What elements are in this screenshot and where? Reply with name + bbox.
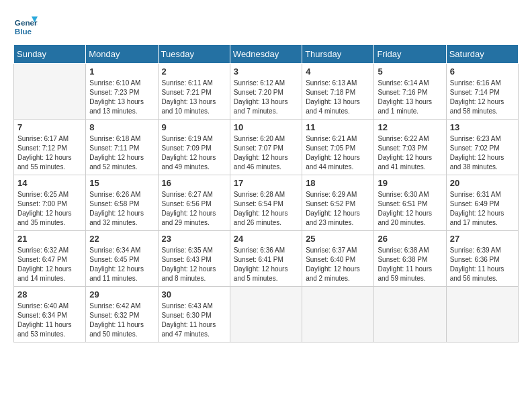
day-cell: 11Sunrise: 6:21 AM Sunset: 7:05 PM Dayli… [302,120,374,175]
day-number: 18 [306,178,370,188]
day-cell: 30Sunrise: 6:43 AM Sunset: 6:30 PM Dayli… [158,287,230,342]
day-number: 21 [17,234,82,244]
day-cell: 18Sunrise: 6:29 AM Sunset: 6:52 PM Dayli… [302,175,374,231]
day-cell: 20Sunrise: 6:31 AM Sunset: 6:49 PM Dayli… [446,175,518,231]
day-info: Sunrise: 6:14 AM Sunset: 7:16 PM Dayligh… [378,79,442,116]
day-header-friday: Friday [374,45,446,64]
day-cell: 1Sunrise: 6:10 AM Sunset: 7:23 PM Daylig… [86,64,158,120]
day-number: 4 [306,66,370,77]
day-cell: 25Sunrise: 6:37 AM Sunset: 6:40 PM Dayli… [302,231,374,287]
day-number: 5 [378,66,442,77]
days-header-row: SundayMondayTuesdayWednesdayThursdayFrid… [14,45,519,64]
day-cell [446,287,518,342]
day-info: Sunrise: 6:22 AM Sunset: 7:03 PM Dayligh… [378,134,442,172]
day-number: 11 [306,122,370,132]
day-number: 1 [89,66,154,77]
day-cell [302,287,374,342]
day-info: Sunrise: 6:34 AM Sunset: 6:45 PM Dayligh… [89,246,154,283]
day-cell: 9Sunrise: 6:19 AM Sunset: 7:09 PM Daylig… [158,120,230,175]
day-cell: 23Sunrise: 6:35 AM Sunset: 6:43 PM Dayli… [158,231,230,287]
day-info: Sunrise: 6:18 AM Sunset: 7:11 PM Dayligh… [89,134,154,172]
day-number: 17 [234,178,298,188]
day-info: Sunrise: 6:20 AM Sunset: 7:07 PM Dayligh… [234,134,298,172]
day-info: Sunrise: 6:35 AM Sunset: 6:43 PM Dayligh… [162,246,226,283]
day-number: 15 [89,178,154,188]
day-info: Sunrise: 6:30 AM Sunset: 6:51 PM Dayligh… [378,190,442,228]
day-number: 29 [89,289,154,300]
day-info: Sunrise: 6:32 AM Sunset: 6:47 PM Dayligh… [17,246,82,283]
day-info: Sunrise: 6:25 AM Sunset: 7:00 PM Dayligh… [17,190,82,228]
day-info: Sunrise: 6:42 AM Sunset: 6:32 PM Dayligh… [89,302,154,339]
day-info: Sunrise: 6:43 AM Sunset: 6:30 PM Dayligh… [162,302,226,339]
day-cell: 19Sunrise: 6:30 AM Sunset: 6:51 PM Dayli… [374,175,446,231]
day-cell: 22Sunrise: 6:34 AM Sunset: 6:45 PM Dayli… [86,231,158,287]
day-cell: 28Sunrise: 6:40 AM Sunset: 6:34 PM Dayli… [14,287,86,342]
day-number: 13 [450,122,515,132]
day-cell: 4Sunrise: 6:13 AM Sunset: 7:18 PM Daylig… [302,64,374,120]
day-cell [230,287,302,342]
logo-icon: General Blue [13,13,38,38]
day-info: Sunrise: 6:27 AM Sunset: 6:56 PM Dayligh… [162,190,226,228]
day-cell: 27Sunrise: 6:39 AM Sunset: 6:36 PM Dayli… [446,231,518,287]
day-info: Sunrise: 6:37 AM Sunset: 6:40 PM Dayligh… [306,246,370,283]
day-info: Sunrise: 6:21 AM Sunset: 7:05 PM Dayligh… [306,134,370,172]
day-cell: 26Sunrise: 6:38 AM Sunset: 6:38 PM Dayli… [374,231,446,287]
svg-text:Blue: Blue [15,27,32,36]
day-header-wednesday: Wednesday [230,45,302,64]
day-cell: 10Sunrise: 6:20 AM Sunset: 7:07 PM Dayli… [230,120,302,175]
day-header-saturday: Saturday [446,45,518,64]
day-number: 12 [378,122,442,132]
day-cell: 16Sunrise: 6:27 AM Sunset: 6:56 PM Dayli… [158,175,230,231]
day-cell: 13Sunrise: 6:23 AM Sunset: 7:02 PM Dayli… [446,120,518,175]
day-number: 10 [234,122,298,132]
day-info: Sunrise: 6:31 AM Sunset: 6:49 PM Dayligh… [450,190,515,228]
day-info: Sunrise: 6:38 AM Sunset: 6:38 PM Dayligh… [378,246,442,283]
day-cell: 7Sunrise: 6:17 AM Sunset: 7:12 PM Daylig… [14,120,86,175]
calendar-table: SundayMondayTuesdayWednesdayThursdayFrid… [13,44,519,342]
day-cell: 14Sunrise: 6:25 AM Sunset: 7:00 PM Dayli… [14,175,86,231]
day-cell: 2Sunrise: 6:11 AM Sunset: 7:21 PM Daylig… [158,64,230,120]
day-number: 27 [450,234,515,244]
day-cell [374,287,446,342]
day-number: 7 [17,122,82,132]
day-number: 22 [89,234,154,244]
day-cell: 12Sunrise: 6:22 AM Sunset: 7:03 PM Dayli… [374,120,446,175]
day-number: 19 [378,178,442,188]
logo: General Blue [13,13,40,38]
day-number: 28 [17,289,82,300]
page-header: General Blue [13,13,519,38]
day-info: Sunrise: 6:16 AM Sunset: 7:14 PM Dayligh… [450,79,515,116]
day-cell: 29Sunrise: 6:42 AM Sunset: 6:32 PM Dayli… [86,287,158,342]
day-info: Sunrise: 6:23 AM Sunset: 7:02 PM Dayligh… [450,134,515,172]
day-info: Sunrise: 6:29 AM Sunset: 6:52 PM Dayligh… [306,190,370,228]
week-row-5: 28Sunrise: 6:40 AM Sunset: 6:34 PM Dayli… [14,287,519,342]
day-cell: 3Sunrise: 6:12 AM Sunset: 7:20 PM Daylig… [230,64,302,120]
day-info: Sunrise: 6:11 AM Sunset: 7:21 PM Dayligh… [162,79,226,116]
week-row-1: 1Sunrise: 6:10 AM Sunset: 7:23 PM Daylig… [14,64,519,120]
day-number: 23 [162,234,226,244]
day-cell: 8Sunrise: 6:18 AM Sunset: 7:11 PM Daylig… [86,120,158,175]
day-number: 8 [89,122,154,132]
day-info: Sunrise: 6:36 AM Sunset: 6:41 PM Dayligh… [234,246,298,283]
day-number: 3 [234,66,298,77]
day-cell: 24Sunrise: 6:36 AM Sunset: 6:41 PM Dayli… [230,231,302,287]
day-header-monday: Monday [86,45,158,64]
day-cell [14,64,86,120]
day-info: Sunrise: 6:19 AM Sunset: 7:09 PM Dayligh… [162,134,226,172]
day-number: 25 [306,234,370,244]
day-info: Sunrise: 6:10 AM Sunset: 7:23 PM Dayligh… [89,79,154,116]
day-number: 26 [378,234,442,244]
day-info: Sunrise: 6:39 AM Sunset: 6:36 PM Dayligh… [450,246,515,283]
day-info: Sunrise: 6:28 AM Sunset: 6:54 PM Dayligh… [234,190,298,228]
day-info: Sunrise: 6:12 AM Sunset: 7:20 PM Dayligh… [234,79,298,116]
day-info: Sunrise: 6:13 AM Sunset: 7:18 PM Dayligh… [306,79,370,116]
week-row-2: 7Sunrise: 6:17 AM Sunset: 7:12 PM Daylig… [14,120,519,175]
week-row-4: 21Sunrise: 6:32 AM Sunset: 6:47 PM Dayli… [14,231,519,287]
day-number: 9 [162,122,226,132]
day-info: Sunrise: 6:40 AM Sunset: 6:34 PM Dayligh… [17,302,82,339]
day-number: 14 [17,178,82,188]
day-cell: 17Sunrise: 6:28 AM Sunset: 6:54 PM Dayli… [230,175,302,231]
day-cell: 5Sunrise: 6:14 AM Sunset: 7:16 PM Daylig… [374,64,446,120]
day-number: 24 [234,234,298,244]
day-header-tuesday: Tuesday [158,45,230,64]
